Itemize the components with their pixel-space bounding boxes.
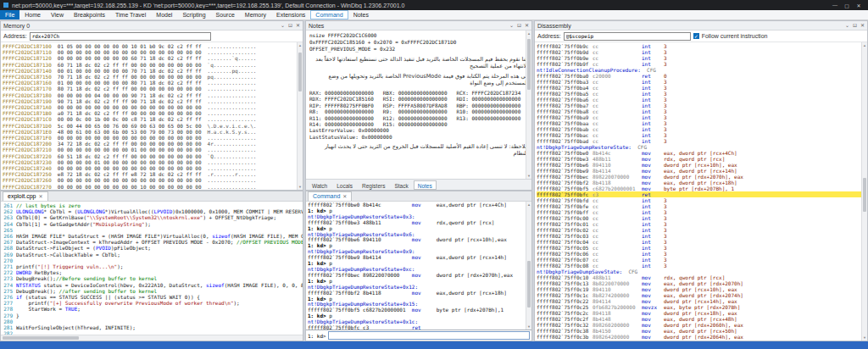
disasm-row[interactable]: fffff802`75ff0c2c894118movdword ptr [rcx… [537,310,867,316]
memory-row[interactable]: FFFFC202DC18710001 05 00 00 00 00 00 00 … [3,43,301,49]
disasm-row[interactable]: fffff802`75ff0c32898260200000movdword pt… [537,322,867,328]
source-line[interactable]: 269DataStruct->CallbackTable = CbTbl; [1,252,303,258]
disassembly-address-input[interactable] [564,32,691,41]
memory-row[interactable]: FFFFC202DC1871A000 00 00 00 00 00 00 00 … [3,104,301,110]
source-line[interactable]: 266HASH_IMAGE_FILE* DataStruct = (HASH_I… [1,233,303,239]
pin-icon[interactable]: ⊡ [288,21,292,30]
source-line[interactable]: 280 [1,319,303,324]
memory-row[interactable]: FFFFC202DC1871E048 00 61 00 63 00 6b 00 … [3,129,301,135]
ribbon-tab-time-travel[interactable]: Time Travel [110,10,151,19]
close-icon[interactable]: ✕ [296,21,300,30]
disasm-row[interactable]: fffff802`75ff0ba5ccint3 [537,91,867,97]
disasm-row[interactable]: fffff802`75ff0c05ccint3 [537,245,867,251]
source-line[interactable]: 261// last bytes is zero [1,202,303,208]
memory-row[interactable]: FFFFC202DC1871C000 00 0c 00 1b 00 0c 00 … [3,116,301,122]
disasm-row[interactable]: fffff802`75ff0bec898220070000movdword pt… [537,174,867,180]
scroll-down-icon[interactable]: ▼ [526,324,531,330]
source-line[interactable]: 281WaitForSingleObject(hThread, INFINITE… [1,324,303,330]
disasm-row[interactable]: fffff802`75ff0c22894114movdword ptr [rcx… [537,298,867,304]
disasm-row[interactable]: fffff802`75ff0ba7ccint3 [537,102,867,108]
source-line[interactable]: 274NTSTATUS status = DeviceIoControl(hDe… [1,282,303,288]
bottom-tab-notes[interactable]: Notes [414,180,437,190]
ribbon-tab-extensions[interactable]: Extensions [271,10,310,19]
ribbon-tab-view[interactable]: View [46,10,69,19]
disasm-row[interactable]: fffff802`75ff0be08b414cmoveax, dword ptr… [537,150,867,156]
chevron-down-icon[interactable]: ⌄ [509,21,514,30]
disasm-row[interactable]: fffff802`75ff0c3b898264200000movdword pt… [537,334,867,340]
follow-current-instruction-checkbox[interactable]: ✓ [693,33,699,39]
disasm-row[interactable]: fffff802`75ff0be6894110movdword ptr [rcx… [537,162,867,168]
disasm-row[interactable]: fffff802`75ff0bacccint3 [537,132,867,138]
disasm-row[interactable]: fffff802`75ff0c138b8220070000moveax, dwo… [537,280,867,286]
scroll-down-icon[interactable]: ▼ [526,173,531,179]
source-line[interactable]: 273DebugBreak();//Before sending buffer … [1,275,303,281]
source-line[interactable]: 264CbTbl[1] = GetGadgetAddr("MsDisplaySt… [1,221,303,227]
source-line[interactable]: 276if (status == STATUS_SUCCESS || (stat… [1,294,303,300]
memory-row[interactable]: FFFFC202DC1871D05c 00 44 00 65 00 76 00 … [3,123,301,129]
disasm-row[interactable]: fffff802`75ff0b9dccint3 [537,49,867,55]
disasm-row[interactable]: fffff802`75ff0bfeccint3 [537,203,867,209]
source-line[interactable]: 278 StartWork = TRUE; [1,306,303,312]
disasm-row[interactable]: fffff802`75ff0bf5c6827b20000001movbyte p… [537,186,867,191]
memory-row[interactable]: FFFFC202DC18724000 00 00 00 00 00 00 00 … [3,165,301,171]
memory-row[interactable]: FFFFC202DC18727000 00 00 00 00 00 00 00 … [3,184,301,190]
memory-row[interactable]: FFFFC202DC18722060 51 18 dc 02 c2 ff ff … [3,153,301,159]
memory-row[interactable]: FFFFC202DC18713060 71 18 dc 02 c2 ff ff … [3,62,301,68]
scroll-thumb[interactable] [298,53,302,91]
source-line[interactable]: 262ULONGLONG* CbTbl = (ULONGLONG*)Virtua… [1,208,303,214]
scroll-thumb[interactable] [527,39,531,90]
scroll-thumb[interactable] [527,261,531,307]
disasm-row[interactable]: fffff802`75ff0c10488b11movrdx, qword ptr… [537,274,867,280]
disasm-row[interactable]: fffff802`75ff0badccint3 [537,138,867,144]
maximize-button[interactable]: ▢ [841,3,853,8]
memory-row[interactable]: FFFFC202DC18716001 00 00 00 00 00 00 00 … [3,80,301,86]
ribbon-tab-command[interactable]: Command [310,10,348,19]
disasm-row[interactable]: fffff802`75ff0c03ccint3 [537,233,867,239]
memory-row[interactable]: FFFFC202DC18721000 00 00 00 00 00 00 00 … [3,147,301,152]
source-line[interactable]: 267DataStruct->ImageContext = kThreadAdd… [1,239,303,245]
command-scrollbar[interactable]: ▲ ▼ [526,202,531,330]
ribbon-tab-breakpoints[interactable]: Breakpoints [69,10,110,19]
disasm-row[interactable]: fffff802`75ff0be98b4114moveax, dword ptr… [537,168,867,174]
disasm-row[interactable]: fffff802`75ff0babccint3 [537,126,867,132]
disasm-row[interactable]: fffff802`75ff0bf28b4118moveax, dword ptr… [537,180,867,186]
memory-row[interactable]: FFFFC202DC18719090 71 18 dc 02 c2 ff ff … [3,98,301,104]
disasm-row[interactable]: fffff802`75ff0c388b4150moveax, dword ptr… [537,328,867,334]
disasm-row[interactable]: fffff802`75ff0c250fb6827b200000movzxeax,… [537,304,867,310]
close-icon[interactable]: ✕ [525,21,529,30]
disasm-row[interactable]: fffff802`75ff0c06ccint3 [537,251,867,257]
disasm-row[interactable]: fffff802`75ff0c2f8b4148moveax, dword ptr… [537,316,867,322]
memory-row[interactable]: FFFFC202DC1871F000 00 00 00 00 00 00 00 … [3,135,301,141]
bottom-tab-watch[interactable]: Watch [308,180,331,190]
memory-row[interactable]: FFFFC202DC18720034 72 18 dc 02 c2 ff ff … [3,141,301,147]
memory-row[interactable]: FFFFC202DC18717080 71 18 dc 02 c2 ff ff … [3,86,301,91]
pin-icon[interactable]: ⊡ [853,21,857,30]
source-line[interactable]: 265 [1,227,303,233]
memory-address-input[interactable] [30,32,211,41]
ribbon-tab-home[interactable]: Home [19,10,46,19]
scroll-down-icon[interactable]: ▼ [298,184,303,190]
disasm-label-row[interactable]: nt!DbgkpTriageDumpSaveState: CFG [537,269,867,274]
disasm-row[interactable]: fffff802`75ff0c01ccint3 [537,221,867,227]
memory-row[interactable]: FFFFC202DC187250e8 72 18 dc 02 c2 ff ff … [3,171,301,177]
source-line[interactable]: 279} [1,313,303,319]
tab-command[interactable]: Command ✕ [308,191,352,201]
ribbon-tab-source[interactable]: Source [211,10,240,19]
source-line[interactable]: 272DWORD RetBytes; [1,269,303,275]
scroll-down-icon[interactable]: ▼ [862,335,867,341]
memory-row[interactable]: FFFFC202DC18726000 00 00 00 00 00 00 00 … [3,177,301,183]
disasm-row[interactable]: fffff802`75ff0c07ccint3 [537,257,867,263]
chevron-down-icon[interactable]: ⌄ [281,21,285,30]
notes-editor[interactable]: nsize FFFFC202DC1C60000xFFFFC202DC185160… [306,30,531,162]
scroll-thumb[interactable] [863,178,866,212]
bottom-tab-registers[interactable]: Registers [358,180,389,190]
scroll-up-icon[interactable]: ▲ [298,42,303,48]
source-line[interactable]: 270 [1,258,303,263]
close-icon[interactable]: ✕ [860,21,865,30]
scroll-up-icon[interactable]: ▲ [526,202,531,208]
disasm-label-row[interactable]: nt!DbgkpTriageDumpRestoreState: CFG [537,144,867,150]
disasm-row[interactable]: fffff802`75ff0c1c8b8274200000moveax, dwo… [537,292,867,298]
disasm-row[interactable]: fffff802`75ff0ba8ccint3 [537,108,867,114]
bottom-tab-locals[interactable]: Locals [332,180,357,190]
tab-exploit-cpp[interactable]: exploit.cpp ✕ [3,191,48,201]
